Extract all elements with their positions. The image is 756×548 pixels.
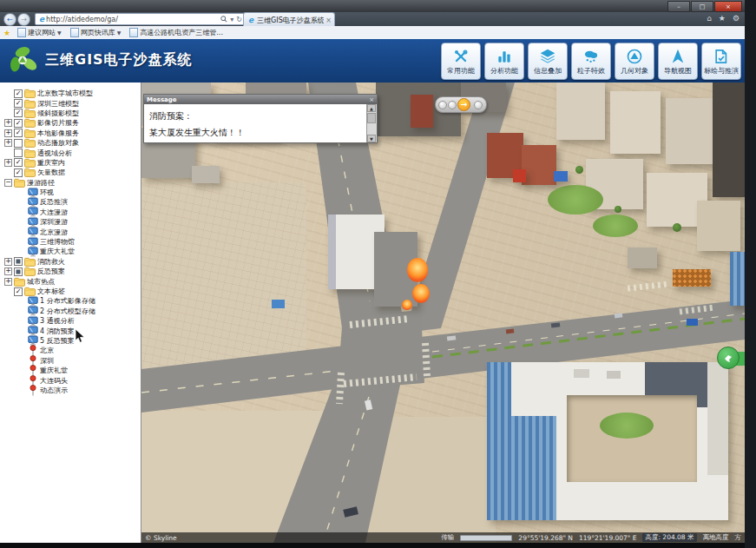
favorites-icon[interactable]: ★ (719, 14, 726, 23)
message-popup-close-icon[interactable]: × (369, 96, 374, 103)
expand-icon[interactable]: + (4, 159, 12, 167)
favorites-item[interactable]: 网页快讯库▼ (70, 28, 122, 37)
expand-icon[interactable]: + (4, 129, 12, 137)
minimize-button[interactable]: – (667, 1, 690, 12)
expand-icon[interactable]: + (4, 278, 12, 286)
playback-button[interactable] (448, 101, 457, 109)
tree-item[interactable]: 2 分布式模型存储 (0, 307, 141, 316)
expand-icon[interactable]: + (4, 139, 12, 147)
toolbar-button-chart[interactable]: 分析功能 (484, 43, 524, 80)
tree-item[interactable]: +动态播放对象 (0, 138, 141, 148)
tree-item[interactable]: +✓本地影像服务 (0, 129, 141, 138)
page-icon (70, 28, 79, 37)
add-favorite-icon[interactable]: ★ (3, 29, 10, 37)
checkbox[interactable]: ✓ (14, 168, 23, 177)
desktop-edge (745, 0, 756, 548)
tree-item[interactable]: 动态演示 (0, 386, 141, 395)
app-toolbar: 常用功能分析功能信息叠加粒子特效几何对象导航视图标绘与推演 (441, 43, 741, 80)
favorites-item[interactable]: 高速公路机电资产三维管... (129, 28, 223, 37)
page-icon (17, 28, 26, 37)
expand-icon[interactable]: + (4, 267, 12, 275)
toolbar-button-navigation[interactable]: 导航视图 (658, 43, 698, 80)
checkbox[interactable] (14, 267, 23, 276)
tree-item[interactable]: 1 分布式影像存储 (0, 296, 141, 306)
gear-icon[interactable]: ⚙ (733, 14, 740, 23)
expand-icon[interactable]: + (4, 258, 12, 266)
checkbox[interactable]: ✓ (14, 158, 23, 167)
message-scrollbar[interactable]: ▲ ▼ (366, 104, 377, 142)
playback-button[interactable] (474, 101, 483, 109)
address-bar[interactable]: e http://atidedemo/ga/ ▾ ↻ (35, 13, 245, 25)
tree-item[interactable]: 大连漫游 (0, 208, 141, 217)
toolbar-button-particles[interactable]: 粒子特效 (571, 43, 611, 80)
toolbar-button-plot[interactable]: 标绘与推演 (701, 43, 741, 80)
tree-item[interactable]: +城市热点 (0, 276, 141, 286)
checkbox[interactable] (14, 139, 23, 148)
message-popup-titlebar[interactable]: Message × (144, 95, 377, 104)
tree-item[interactable]: 3 通视分析 (0, 316, 141, 326)
tree-item[interactable]: 通视域分析 (0, 148, 141, 157)
browser-tab[interactable]: e 三维GIS电子沙盘系统 × (243, 12, 335, 27)
tree-item[interactable]: 重庆礼堂 (0, 366, 141, 375)
home-icon[interactable]: ⌂ (707, 14, 712, 23)
toolbar-button-label: 信息叠加 (534, 66, 562, 76)
tree-item[interactable]: ✓矢量数据 (0, 168, 141, 177)
tree-item[interactable]: 深圳 (0, 356, 141, 366)
tree-item[interactable]: ✓北京数字城市模型 (0, 89, 141, 98)
tree-item[interactable]: +反恐预案 (0, 267, 141, 276)
tree-item[interactable]: +✓重庆室内 (0, 158, 141, 168)
scroll-up-icon[interactable]: ▲ (367, 104, 376, 112)
toolbar-button-geometry[interactable]: 几何对象 (615, 43, 654, 80)
tree-item[interactable]: 大连码头 (0, 375, 141, 385)
refresh-icon[interactable]: ↻ (236, 16, 242, 23)
tree-item[interactable]: ✓倾斜摄影模型 (0, 109, 141, 118)
tree-item[interactable]: 4 消防预案 (0, 326, 141, 335)
tree-item[interactable]: ✓文本标签 (0, 287, 141, 296)
collapse-icon[interactable]: − (4, 179, 12, 187)
tree-item[interactable]: 北京 (0, 346, 141, 355)
tree-item-label: 城市热点 (27, 277, 55, 287)
map-3d-viewport[interactable]: Message × 消防预案： 某大厦发生重大火情！！ ▲ ▼ → (141, 83, 745, 543)
tree-item[interactable]: 反恐推演 (0, 197, 141, 207)
playback-button[interactable] (438, 101, 447, 109)
search-icon[interactable] (220, 16, 227, 23)
checkbox[interactable]: ✓ (14, 99, 23, 108)
tree-item[interactable]: ✓深圳三维模型 (0, 98, 141, 108)
favorites-item[interactable]: 建议网站▼ (17, 28, 62, 37)
tree-item[interactable]: +✓影像切片服务 (0, 118, 141, 128)
folder-icon (24, 109, 36, 118)
address-dropdown-icon[interactable]: ▾ (230, 16, 233, 23)
tree-item[interactable]: 重庆大礼堂 (0, 247, 141, 256)
play-forward-button[interactable]: → (457, 98, 470, 111)
toolbar-button-tools[interactable]: 常用功能 (441, 43, 481, 80)
tree-item[interactable]: 5 反恐预案 (0, 336, 141, 346)
tree-item[interactable]: 北京漫游 (0, 227, 141, 236)
message-popup-title: Message (147, 96, 369, 103)
tree-item[interactable]: 环视 (0, 188, 141, 197)
tree-item[interactable]: −漫游路径 (0, 178, 141, 188)
checkbox[interactable] (14, 257, 23, 266)
tree-item[interactable]: 深圳漫游 (0, 217, 141, 227)
checkbox[interactable]: ✓ (14, 287, 23, 296)
monitor-icon (28, 247, 38, 257)
expand-icon[interactable]: + (4, 119, 12, 127)
tab-close-icon[interactable]: × (325, 17, 332, 24)
scroll-down-icon[interactable]: ▼ (367, 135, 376, 142)
checkbox[interactable]: ✓ (14, 89, 23, 98)
forward-button[interactable]: → (17, 13, 30, 26)
checkbox[interactable]: ✓ (14, 119, 23, 128)
toolbar-button-layers[interactable]: 信息叠加 (528, 43, 568, 80)
message-popup[interactable]: Message × 消防预案： 某大厦发生重大火情！！ ▲ ▼ (143, 94, 378, 143)
maximize-button[interactable]: □ (691, 1, 713, 12)
tree-item[interactable]: +消防救火 (0, 257, 141, 267)
tree-item-label: 动态演示 (40, 386, 68, 395)
scroll-thumb[interactable] (367, 113, 376, 123)
checkbox[interactable] (14, 149, 23, 157)
checkbox[interactable]: ✓ (14, 129, 23, 137)
side-panel-handle-button[interactable] (717, 347, 740, 369)
checkbox[interactable]: ✓ (14, 109, 23, 117)
close-button[interactable]: × (714, 1, 742, 12)
loading-progress-bar (460, 535, 512, 541)
tree-item[interactable]: 三维博物馆 (0, 237, 141, 247)
back-button[interactable]: ← (3, 13, 16, 26)
